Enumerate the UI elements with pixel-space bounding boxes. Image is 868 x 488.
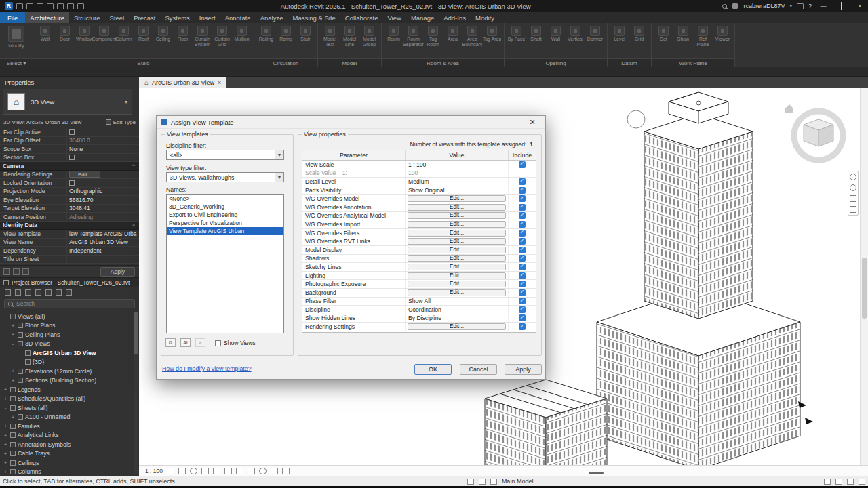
checkbox-unchecked[interactable] [69, 129, 75, 135]
ribbon-tab-steel[interactable]: Steel [105, 12, 130, 23]
ribbon-tool-curtain-grid[interactable]: Curtain Grid [212, 24, 232, 48]
value-cell[interactable]: Edit... [406, 229, 509, 237]
ribbon-tool-wall[interactable]: Wall [35, 24, 55, 48]
browser-scrollbar[interactable] [134, 312, 138, 474]
value-cell[interactable]: Edit... [406, 220, 509, 228]
maximize-button[interactable] [835, 3, 848, 9]
press-drag-icon[interactable] [847, 479, 854, 485]
property-value[interactable]: Edit... [66, 171, 139, 179]
viewcube[interactable] [785, 104, 843, 160]
value-cell[interactable]: Show Original [406, 186, 509, 195]
property-value[interactable] [66, 256, 139, 264]
value-cell[interactable]: Edit... [406, 237, 509, 245]
ribbon-tab-manage[interactable]: Manage [406, 12, 439, 23]
property-value[interactable] [66, 128, 139, 136]
expander-icon[interactable]: - [3, 405, 8, 411]
apply-button[interactable]: Apply [100, 267, 135, 277]
template-name-item-perspective-for-visualization[interactable]: Perspective for Visualization [167, 219, 283, 227]
ribbon-tool-curtain-system[interactable]: Curtain System [193, 24, 212, 48]
ribbon-tool-model-text[interactable]: Model Text [320, 24, 340, 48]
ribbon-tab-analyze[interactable]: Analyze [256, 12, 288, 23]
dialog-apply-button[interactable]: Apply [505, 364, 542, 375]
temporary-view-properties-icon[interactable] [271, 468, 278, 474]
expander-icon[interactable]: + [3, 396, 8, 402]
pb-link-icon[interactable] [66, 289, 72, 296]
chevron-down-icon[interactable]: ▾ [789, 3, 792, 9]
ribbon-tool-area-boundary[interactable]: Area Boundary [462, 24, 482, 48]
app-store-icon[interactable] [797, 3, 804, 9]
expander-icon[interactable]: + [3, 469, 8, 475]
include-checkbox-checked[interactable] [519, 212, 526, 219]
value-cell[interactable]: Edit... [406, 195, 509, 203]
ribbon-tool-model-group[interactable]: Model Group [359, 24, 379, 48]
include-checkbox-checked[interactable] [519, 298, 526, 304]
ribbon-tab-modify[interactable]: Modify [471, 12, 499, 23]
ribbon-tool-column[interactable]: Column [114, 24, 134, 48]
visual-style-icon[interactable] [178, 468, 186, 474]
default-3d-view-icon[interactable] [77, 3, 84, 9]
revit-app-icon[interactable]: R [5, 2, 13, 10]
rendering-dialog-icon[interactable] [213, 468, 220, 474]
pb-expand-icon[interactable] [56, 289, 62, 296]
ribbon-tab-precast[interactable]: Precast [129, 12, 160, 23]
property-value[interactable]: 30480.0 [66, 137, 139, 145]
help-link[interactable]: How do I modify a view template? [162, 365, 252, 372]
print-icon[interactable] [67, 3, 74, 9]
value-cell[interactable]: Edit... [406, 289, 509, 297]
active-design-option[interactable]: Main Model [502, 478, 534, 485]
tree-item-schedules-quantities-all[interactable]: +Schedules/Quantities (all) [0, 394, 133, 404]
temporary-hide-isolate-icon[interactable] [248, 468, 255, 474]
property-value[interactable] [66, 179, 139, 187]
properties-section-camera[interactable]: Camera^ [0, 162, 139, 171]
property-value[interactable]: ArcGIS Urban 3D View [66, 239, 139, 247]
edit-button[interactable]: Edit... [69, 171, 100, 178]
ribbon-tab-view[interactable]: View [382, 12, 406, 23]
tree-item-3d[interactable]: {3D} [0, 358, 133, 367]
expander-icon[interactable]: - [3, 313, 8, 319]
ribbon-tool-model-line[interactable]: Model Line [340, 24, 359, 48]
ribbon-tool-door[interactable]: Door [55, 24, 75, 48]
checkbox-unchecked[interactable] [69, 155, 75, 160]
ribbon-tab-add-ins[interactable]: Add-Ins [439, 12, 471, 23]
edit-type-button[interactable]: Edit Type [106, 119, 136, 125]
tree-item-elevations-12mm-circle[interactable]: +Elevations (12mm Circle) [0, 367, 133, 376]
show-views-checkbox[interactable]: Show Views [215, 340, 256, 346]
value-cell[interactable]: Coordination [406, 306, 509, 314]
search-box[interactable]: Search [4, 299, 135, 308]
ribbon-tool-viewer[interactable]: Viewer [713, 24, 732, 48]
expander-icon[interactable]: + [10, 368, 16, 374]
include-checkbox-checked[interactable] [519, 323, 526, 330]
edit-button[interactable]: Edit... [408, 323, 506, 330]
ribbon-tab-systems[interactable]: Systems [160, 12, 194, 23]
edit-button[interactable]: Edit... [408, 212, 506, 219]
value-cell[interactable]: Edit... [406, 280, 509, 288]
rename-template-icon[interactable]: AI [180, 338, 191, 347]
include-checkbox-checked[interactable] [519, 230, 526, 237]
ribbon-tab-massing-site[interactable]: Massing & Site [288, 12, 340, 23]
close-view-tab-icon[interactable]: × [218, 79, 221, 86]
open-icon[interactable] [16, 3, 23, 9]
ribbon-tool-shaft[interactable]: Shaft [526, 24, 546, 48]
properties-filter-icon[interactable] [3, 268, 10, 275]
horizontal-scrollbar-thumb[interactable] [589, 472, 604, 474]
type-selector[interactable]: ⌂ 3D View ▾ [3, 89, 132, 115]
property-value[interactable]: Orthographic [66, 188, 139, 196]
pb-sort-icon[interactable] [45, 289, 52, 296]
ribbon-tool-ceiling[interactable]: Ceiling [153, 24, 173, 48]
worksharing-icon[interactable] [467, 479, 474, 485]
value-cell[interactable]: 1 : 100 [406, 161, 509, 169]
include-checkbox-checked[interactable] [519, 195, 526, 202]
design-options-icon[interactable] [490, 479, 497, 485]
template-name-item-none[interactable]: <None> [167, 195, 283, 203]
ribbon-tool-room[interactable]: Room [384, 24, 403, 48]
sync-icon[interactable] [37, 3, 43, 9]
viewcube-home-icon[interactable] [785, 104, 793, 113]
ribbon-tool-stair[interactable]: Stair [296, 24, 315, 48]
edit-button[interactable]: Edit... [408, 204, 506, 211]
ribbon-tool-by-face[interactable]: By Face [507, 24, 526, 48]
ribbon-tool-area[interactable]: Area [443, 24, 462, 48]
property-value[interactable]: Adjusting [66, 213, 139, 221]
ribbon-tool-tag-room[interactable]: Tag Room [423, 24, 443, 48]
edit-button[interactable]: Edit... [408, 272, 506, 279]
include-checkbox-checked[interactable] [519, 289, 526, 296]
